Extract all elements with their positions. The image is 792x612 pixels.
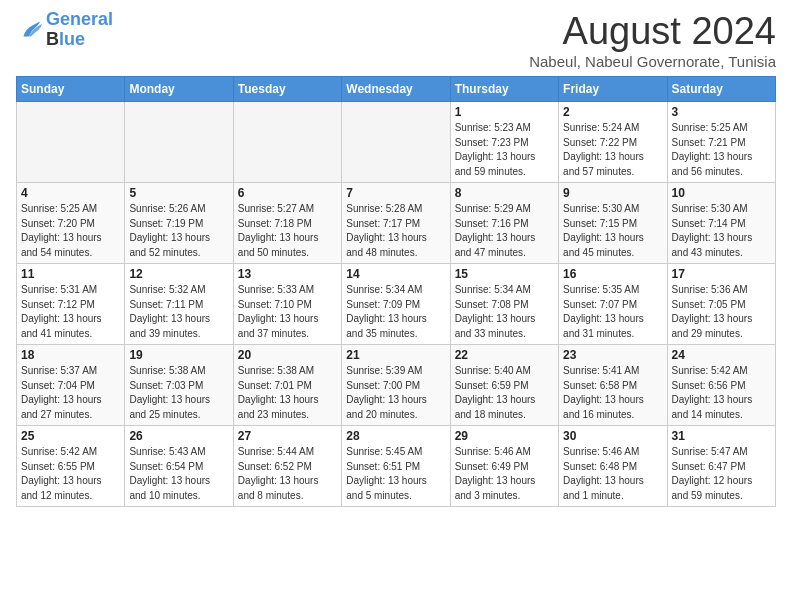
day-number: 12	[129, 267, 228, 281]
table-cell	[125, 102, 233, 183]
day-number: 1	[455, 105, 554, 119]
day-detail: Sunrise: 5:40 AMSunset: 6:59 PMDaylight:…	[455, 364, 554, 422]
table-cell: 2Sunrise: 5:24 AMSunset: 7:22 PMDaylight…	[559, 102, 667, 183]
day-detail: Sunrise: 5:38 AMSunset: 7:03 PMDaylight:…	[129, 364, 228, 422]
table-cell: 17Sunrise: 5:36 AMSunset: 7:05 PMDayligh…	[667, 264, 775, 345]
table-cell: 29Sunrise: 5:46 AMSunset: 6:49 PMDayligh…	[450, 426, 558, 507]
day-number: 19	[129, 348, 228, 362]
day-number: 26	[129, 429, 228, 443]
col-sunday: Sunday	[17, 77, 125, 102]
table-cell: 14Sunrise: 5:34 AMSunset: 7:09 PMDayligh…	[342, 264, 450, 345]
day-number: 27	[238, 429, 337, 443]
day-detail: Sunrise: 5:27 AMSunset: 7:18 PMDaylight:…	[238, 202, 337, 260]
day-number: 15	[455, 267, 554, 281]
day-detail: Sunrise: 5:34 AMSunset: 7:08 PMDaylight:…	[455, 283, 554, 341]
table-cell: 6Sunrise: 5:27 AMSunset: 7:18 PMDaylight…	[233, 183, 341, 264]
day-number: 5	[129, 186, 228, 200]
day-detail: Sunrise: 5:26 AMSunset: 7:19 PMDaylight:…	[129, 202, 228, 260]
day-detail: Sunrise: 5:30 AMSunset: 7:15 PMDaylight:…	[563, 202, 662, 260]
table-cell: 16Sunrise: 5:35 AMSunset: 7:07 PMDayligh…	[559, 264, 667, 345]
table-cell: 10Sunrise: 5:30 AMSunset: 7:14 PMDayligh…	[667, 183, 775, 264]
day-detail: Sunrise: 5:47 AMSunset: 6:47 PMDaylight:…	[672, 445, 771, 503]
day-number: 2	[563, 105, 662, 119]
day-number: 13	[238, 267, 337, 281]
day-detail: Sunrise: 5:25 AMSunset: 7:21 PMDaylight:…	[672, 121, 771, 179]
title-block: August 2024 Nabeul, Nabeul Governorate, …	[529, 10, 776, 70]
day-number: 4	[21, 186, 120, 200]
day-number: 7	[346, 186, 445, 200]
day-detail: Sunrise: 5:43 AMSunset: 6:54 PMDaylight:…	[129, 445, 228, 503]
day-detail: Sunrise: 5:39 AMSunset: 7:00 PMDaylight:…	[346, 364, 445, 422]
table-cell	[233, 102, 341, 183]
day-detail: Sunrise: 5:28 AMSunset: 7:17 PMDaylight:…	[346, 202, 445, 260]
table-cell: 26Sunrise: 5:43 AMSunset: 6:54 PMDayligh…	[125, 426, 233, 507]
day-detail: Sunrise: 5:35 AMSunset: 7:07 PMDaylight:…	[563, 283, 662, 341]
table-cell: 31Sunrise: 5:47 AMSunset: 6:47 PMDayligh…	[667, 426, 775, 507]
page: GeneralBlue August 2024 Nabeul, Nabeul G…	[0, 0, 792, 517]
day-detail: Sunrise: 5:23 AMSunset: 7:23 PMDaylight:…	[455, 121, 554, 179]
table-cell: 24Sunrise: 5:42 AMSunset: 6:56 PMDayligh…	[667, 345, 775, 426]
col-thursday: Thursday	[450, 77, 558, 102]
day-number: 14	[346, 267, 445, 281]
day-number: 18	[21, 348, 120, 362]
day-detail: Sunrise: 5:29 AMSunset: 7:16 PMDaylight:…	[455, 202, 554, 260]
day-number: 23	[563, 348, 662, 362]
logo: GeneralBlue	[16, 10, 113, 50]
day-detail: Sunrise: 5:46 AMSunset: 6:49 PMDaylight:…	[455, 445, 554, 503]
day-detail: Sunrise: 5:31 AMSunset: 7:12 PMDaylight:…	[21, 283, 120, 341]
calendar-table: Sunday Monday Tuesday Wednesday Thursday…	[16, 76, 776, 507]
col-tuesday: Tuesday	[233, 77, 341, 102]
logo-text: GeneralBlue	[46, 10, 113, 50]
day-detail: Sunrise: 5:38 AMSunset: 7:01 PMDaylight:…	[238, 364, 337, 422]
col-wednesday: Wednesday	[342, 77, 450, 102]
table-cell: 11Sunrise: 5:31 AMSunset: 7:12 PMDayligh…	[17, 264, 125, 345]
day-detail: Sunrise: 5:45 AMSunset: 6:51 PMDaylight:…	[346, 445, 445, 503]
day-detail: Sunrise: 5:32 AMSunset: 7:11 PMDaylight:…	[129, 283, 228, 341]
table-cell: 4Sunrise: 5:25 AMSunset: 7:20 PMDaylight…	[17, 183, 125, 264]
week-row-1: 1Sunrise: 5:23 AMSunset: 7:23 PMDaylight…	[17, 102, 776, 183]
day-number: 9	[563, 186, 662, 200]
table-cell: 12Sunrise: 5:32 AMSunset: 7:11 PMDayligh…	[125, 264, 233, 345]
calendar-header-row: Sunday Monday Tuesday Wednesday Thursday…	[17, 77, 776, 102]
table-cell: 9Sunrise: 5:30 AMSunset: 7:15 PMDaylight…	[559, 183, 667, 264]
table-cell: 3Sunrise: 5:25 AMSunset: 7:21 PMDaylight…	[667, 102, 775, 183]
day-number: 8	[455, 186, 554, 200]
table-cell: 23Sunrise: 5:41 AMSunset: 6:58 PMDayligh…	[559, 345, 667, 426]
day-number: 17	[672, 267, 771, 281]
table-cell: 27Sunrise: 5:44 AMSunset: 6:52 PMDayligh…	[233, 426, 341, 507]
table-cell: 5Sunrise: 5:26 AMSunset: 7:19 PMDaylight…	[125, 183, 233, 264]
week-row-2: 4Sunrise: 5:25 AMSunset: 7:20 PMDaylight…	[17, 183, 776, 264]
table-cell: 22Sunrise: 5:40 AMSunset: 6:59 PMDayligh…	[450, 345, 558, 426]
day-number: 25	[21, 429, 120, 443]
table-cell: 1Sunrise: 5:23 AMSunset: 7:23 PMDaylight…	[450, 102, 558, 183]
day-number: 11	[21, 267, 120, 281]
day-number: 28	[346, 429, 445, 443]
location-subtitle: Nabeul, Nabeul Governorate, Tunisia	[529, 53, 776, 70]
day-number: 29	[455, 429, 554, 443]
table-cell: 7Sunrise: 5:28 AMSunset: 7:17 PMDaylight…	[342, 183, 450, 264]
logo-bird-icon	[16, 16, 44, 44]
day-detail: Sunrise: 5:36 AMSunset: 7:05 PMDaylight:…	[672, 283, 771, 341]
day-detail: Sunrise: 5:30 AMSunset: 7:14 PMDaylight:…	[672, 202, 771, 260]
day-number: 3	[672, 105, 771, 119]
table-cell: 28Sunrise: 5:45 AMSunset: 6:51 PMDayligh…	[342, 426, 450, 507]
day-detail: Sunrise: 5:34 AMSunset: 7:09 PMDaylight:…	[346, 283, 445, 341]
day-detail: Sunrise: 5:24 AMSunset: 7:22 PMDaylight:…	[563, 121, 662, 179]
table-cell: 20Sunrise: 5:38 AMSunset: 7:01 PMDayligh…	[233, 345, 341, 426]
day-number: 16	[563, 267, 662, 281]
day-detail: Sunrise: 5:46 AMSunset: 6:48 PMDaylight:…	[563, 445, 662, 503]
week-row-3: 11Sunrise: 5:31 AMSunset: 7:12 PMDayligh…	[17, 264, 776, 345]
table-cell: 13Sunrise: 5:33 AMSunset: 7:10 PMDayligh…	[233, 264, 341, 345]
table-cell: 30Sunrise: 5:46 AMSunset: 6:48 PMDayligh…	[559, 426, 667, 507]
table-cell: 25Sunrise: 5:42 AMSunset: 6:55 PMDayligh…	[17, 426, 125, 507]
day-detail: Sunrise: 5:37 AMSunset: 7:04 PMDaylight:…	[21, 364, 120, 422]
day-detail: Sunrise: 5:25 AMSunset: 7:20 PMDaylight:…	[21, 202, 120, 260]
table-cell: 19Sunrise: 5:38 AMSunset: 7:03 PMDayligh…	[125, 345, 233, 426]
table-cell: 8Sunrise: 5:29 AMSunset: 7:16 PMDaylight…	[450, 183, 558, 264]
day-detail: Sunrise: 5:42 AMSunset: 6:56 PMDaylight:…	[672, 364, 771, 422]
day-detail: Sunrise: 5:44 AMSunset: 6:52 PMDaylight:…	[238, 445, 337, 503]
day-number: 6	[238, 186, 337, 200]
day-detail: Sunrise: 5:41 AMSunset: 6:58 PMDaylight:…	[563, 364, 662, 422]
col-saturday: Saturday	[667, 77, 775, 102]
day-number: 30	[563, 429, 662, 443]
